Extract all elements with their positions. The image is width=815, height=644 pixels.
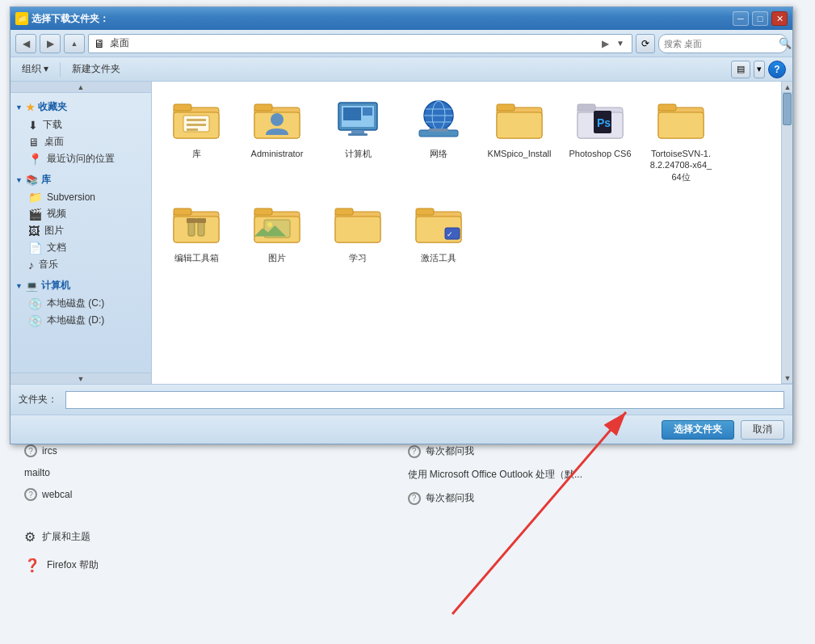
- svg-rect-23: [429, 128, 448, 132]
- select-folder-button[interactable]: 选择文件夹: [662, 420, 734, 440]
- sidebar-library: ▼ 📚 库 📁 Subversion 🎬 视频 🖼 图片: [11, 170, 151, 273]
- sidebar-item-download[interactable]: ⬇ 下载: [11, 116, 151, 133]
- svg-rect-25: [497, 112, 542, 138]
- file-item-photoshop[interactable]: Ps Photoshop CS6: [564, 90, 636, 186]
- file-area: 库 Administrator: [152, 82, 781, 384]
- new-folder-button[interactable]: 新建文件夹: [67, 61, 125, 78]
- file-item-tools[interactable]: 编辑工具箱: [160, 194, 233, 267]
- toolbar-separator: [60, 62, 61, 77]
- help-button[interactable]: ?: [768, 61, 786, 78]
- bg-item-mailto-label: mailto: [24, 467, 50, 478]
- file-chooser-dialog: 📁 选择下载文件夹： ─ □ ✕ ◀ ▶ ▲ 🖥 桌面 ▶ ▼ ⟳ 🔍 组织 ▾…: [10, 6, 793, 444]
- sidebar-scroll-area: ▼ ★ 收藏夹 ⬇ 下载 🖥 桌面 📍 最近访问的位置: [11, 93, 151, 373]
- bg-item-r1-label: 每次都问我: [426, 444, 474, 458]
- minimize-button[interactable]: ─: [733, 11, 749, 26]
- file-item-kmspico[interactable]: KMSpico_Install: [483, 90, 556, 186]
- sidebar-item-subversion[interactable]: 📁 Subversion: [11, 189, 151, 205]
- disk-c-icon: 💿: [28, 297, 42, 310]
- file-label-computer: 计算机: [345, 148, 372, 159]
- subversion-icon: 📁: [28, 191, 42, 204]
- file-label-pictures: 图片: [268, 252, 286, 263]
- file-item-computer[interactable]: 计算机: [321, 90, 394, 186]
- administrator-folder-icon: [251, 93, 303, 145]
- pictures-folder-icon: [251, 197, 303, 249]
- action-toolbar: 组织 ▾ 新建文件夹 ▤ ▾ ?: [11, 57, 792, 82]
- scroll-thumb[interactable]: [783, 93, 792, 125]
- bg-item-mailto: mailto: [24, 467, 408, 478]
- search-input[interactable]: [664, 39, 775, 48]
- file-label-tools: 编辑工具箱: [174, 252, 219, 263]
- cancel-button[interactable]: 取消: [741, 420, 784, 440]
- sidebar-computer: ▼ 💻 计算机 💿 本地磁盘 (C:) 💿 本地磁盘 (D:): [11, 276, 151, 329]
- favorites-arrow: ▼: [15, 103, 23, 112]
- sidebar-favorites: ▼ ★ 收藏夹 ⬇ 下载 🖥 桌面 📍 最近访问的位置: [11, 98, 151, 167]
- button-row: 选择文件夹 取消: [11, 415, 792, 444]
- bg-item-webcal-label: webcal: [42, 489, 72, 500]
- svg-rect-34: [658, 104, 676, 111]
- view-button[interactable]: ▤: [731, 61, 750, 78]
- file-item-administrator[interactable]: Administrator: [241, 90, 313, 186]
- sidebar-video-label: 视频: [47, 207, 66, 221]
- sidebar-item-pictures[interactable]: 🖼 图片: [11, 222, 151, 239]
- music-icon: ♪: [28, 259, 34, 271]
- sidebar-item-video[interactable]: 🎬 视频: [11, 205, 151, 222]
- sidebar-scroll-down[interactable]: ▼: [11, 373, 151, 384]
- sidebar-item-disk-c[interactable]: 💿 本地磁盘 (C:): [11, 295, 151, 312]
- file-item-activate[interactable]: ✓ 激活工具: [402, 194, 475, 267]
- filename-input[interactable]: [65, 391, 784, 409]
- sidebar-library-header[interactable]: ▼ 📚 库: [11, 170, 151, 189]
- sidebar-item-documents[interactable]: 📄 文档: [11, 239, 151, 256]
- organize-button[interactable]: 组织 ▾: [17, 61, 53, 78]
- question-icon-4: ?: [408, 492, 421, 505]
- file-item-network[interactable]: 网络: [402, 90, 475, 186]
- dialog-icon: 📁: [15, 12, 28, 25]
- disk-d-icon: 💿: [28, 314, 42, 327]
- up-button[interactable]: ▲: [64, 34, 85, 53]
- sidebar-item-disk-d[interactable]: 💿 本地磁盘 (D:): [11, 312, 151, 329]
- file-item-pictures[interactable]: 图片: [241, 194, 313, 267]
- maximize-button[interactable]: □: [752, 11, 768, 26]
- forward-button[interactable]: ▶: [40, 34, 61, 53]
- file-item-tortoisesvn[interactable]: TortoiseSVN-1.8.2.24708-x64_64位: [645, 90, 717, 186]
- address-separator: ▶: [602, 38, 609, 49]
- sidebar: ▲ ▼ ★ 收藏夹 ⬇ 下载 🖥 桌面: [11, 82, 152, 384]
- file-item-study[interactable]: 学习: [321, 194, 394, 267]
- library-label: 库: [41, 173, 51, 187]
- toolbar-right: ▤ ▾ ?: [731, 61, 786, 78]
- scroll-track[interactable]: [782, 93, 792, 373]
- sidebar-download-label: 下载: [43, 118, 62, 132]
- scroll-up-arrow[interactable]: ▲: [782, 82, 792, 93]
- sidebar-item-recent[interactable]: 📍 最近访问的位置: [11, 150, 151, 167]
- desktop-icon: 🖥: [28, 136, 40, 149]
- cancel-label: 取消: [753, 423, 772, 436]
- file-label-study: 学习: [349, 252, 367, 263]
- address-dropdown-arrow[interactable]: ▼: [614, 37, 627, 50]
- main-content: ▲ ▼ ★ 收藏夹 ⬇ 下载 🖥 桌面: [11, 82, 792, 384]
- address-bar[interactable]: 🖥 桌面 ▶ ▼: [88, 34, 632, 53]
- scroll-down-arrow[interactable]: ▼: [782, 373, 792, 384]
- sidebar-scroll-up[interactable]: ▲: [11, 82, 151, 93]
- back-button[interactable]: ◀: [15, 34, 36, 53]
- new-folder-label: 新建文件夹: [72, 62, 120, 76]
- close-button[interactable]: ✕: [771, 11, 788, 26]
- svg-rect-5: [187, 124, 206, 126]
- view-dropdown-arrow[interactable]: ▾: [754, 61, 765, 78]
- tools-folder-icon: [170, 197, 222, 249]
- sidebar-favorites-header[interactable]: ▼ ★ 收藏夹: [11, 98, 151, 116]
- video-icon: 🎬: [28, 208, 42, 221]
- file-label-library: 库: [192, 148, 201, 159]
- sidebar-item-desktop[interactable]: 🖥 桌面: [11, 133, 151, 150]
- svg-rect-37: [174, 208, 191, 215]
- refresh-button[interactable]: ⟳: [636, 34, 655, 53]
- file-item-library[interactable]: 库: [160, 90, 233, 186]
- sidebar-computer-header[interactable]: ▼ 💻 计算机: [11, 276, 151, 295]
- svg-rect-14: [363, 107, 372, 116]
- bg-item-r3-label: 每次都问我: [426, 491, 474, 505]
- network-file-icon: [413, 93, 464, 145]
- svg-rect-16: [348, 133, 368, 136]
- documents-icon: 📄: [28, 242, 42, 255]
- sidebar-item-music[interactable]: ♪ 音乐: [11, 256, 151, 273]
- question-icon-3: ?: [408, 445, 421, 458]
- sidebar-desktop-label: 桌面: [44, 135, 64, 149]
- select-folder-label: 选择文件夹: [674, 423, 722, 436]
